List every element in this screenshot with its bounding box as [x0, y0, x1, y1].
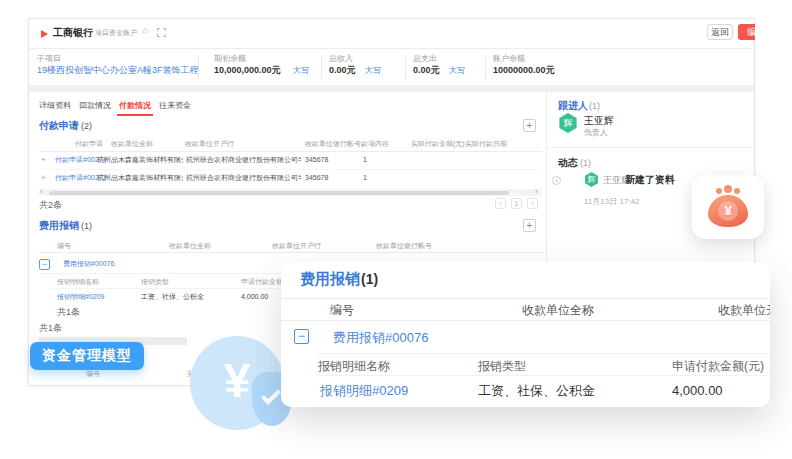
expense-total-count: 共1条	[39, 323, 62, 334]
activity-count: (1)	[580, 158, 591, 169]
clock-icon	[552, 176, 561, 185]
payment-row-account: 345678	[305, 174, 328, 183]
tab-transactions[interactable]: 往来资金	[159, 101, 191, 111]
page-next-button[interactable]: ›	[527, 198, 538, 209]
add-payment-button[interactable]: +	[523, 119, 536, 132]
tab-payments-active[interactable]: 付款情况	[119, 101, 151, 111]
subproject-link[interactable]: 19楼西投创智中心办公室A幢3F装饰工程	[37, 65, 199, 76]
account-balance-label: 账户余额	[493, 54, 525, 64]
divider	[281, 298, 770, 299]
edit-button[interactable]: 编辑	[738, 24, 755, 40]
page-prev-button[interactable]: ‹	[495, 198, 506, 209]
popup-detail-link[interactable]: 报销明细#0209	[320, 383, 408, 399]
col-payee-name: 收款单位全称	[111, 140, 153, 149]
popup-detail-amount: 4,000.00	[672, 383, 723, 399]
popup-col-id: 编号	[330, 303, 354, 318]
follower-name: 王亚辉	[584, 115, 614, 128]
divider	[317, 353, 770, 354]
total-income-caps-link[interactable]: 大写	[365, 66, 381, 76]
section-gap	[29, 85, 754, 92]
col-actual-date: 实际付款日期	[465, 140, 507, 149]
expand-icon[interactable]	[157, 28, 166, 37]
divider	[317, 375, 770, 376]
expense-popup-card: 费用报销 (1) 编号 收款单位全称 收款单位开户行 − 费用报销#00076 …	[281, 262, 770, 407]
expense-section-count: (1)	[81, 221, 92, 232]
add-expense-button[interactable]: +	[523, 219, 536, 232]
breadcrumb: 项目资金账户	[95, 29, 137, 38]
follower-role: 负责人	[584, 128, 608, 138]
divider	[485, 55, 486, 79]
popup-expense-link[interactable]: 费用报销#00076	[333, 330, 428, 346]
col-expense-bank: 收款单位开户行	[272, 242, 321, 251]
expense-detail-link[interactable]: 报销明细#0209	[57, 293, 104, 302]
payment-row-company: 杭州品木森鑫装饰材料有限公司	[97, 156, 183, 165]
money-bag-top-icon	[724, 185, 732, 193]
divider	[547, 147, 754, 148]
follower-avatar: 辉	[558, 113, 578, 133]
active-tab-underline	[117, 114, 153, 116]
col-payee-bank: 收款单位开户行	[185, 140, 234, 149]
back-button[interactable]: 返回	[707, 24, 733, 40]
expense-row-link[interactable]: 费用报销#00076	[63, 260, 114, 269]
popup-detail-type: 工资、社保、公积金	[478, 383, 595, 399]
popup-subcol-detail-name: 报销明细名称	[318, 359, 390, 374]
opening-balance-caps-link[interactable]: 大写	[293, 66, 309, 76]
divider	[39, 151, 542, 152]
popup-subcol-amount: 申请付款金额(元)	[672, 359, 764, 374]
subcol-expense-type: 报销类型	[141, 278, 169, 287]
account-balance-value: 10000000.00元	[493, 65, 555, 76]
total-expense-value: 0.00元	[413, 65, 440, 76]
divider	[39, 252, 542, 253]
tab-receipts[interactable]: 回款情况	[79, 101, 111, 111]
payment-row-bank: 杭州联合农村商业银行股份有限公司半山支行	[186, 156, 301, 165]
activity-time: 11月13日 17:42	[584, 197, 639, 207]
payment-section-title: 付款申请	[39, 120, 79, 133]
tab-details[interactable]: 详细资料	[39, 101, 71, 111]
expense-detail-type: 工资、社保、公积金	[141, 293, 204, 302]
payment-row-company: 杭州品木森鑫装饰材料有限公司	[97, 174, 183, 183]
payment-row-item: 1	[363, 174, 367, 183]
col-expense-id: 编号	[57, 242, 71, 251]
total-expense-caps-link[interactable]: 大写	[449, 66, 465, 76]
divider	[39, 169, 542, 170]
col-actual-amount: 实际付款金额(元)	[411, 140, 465, 149]
popup-collapse-button[interactable]: −	[294, 329, 309, 344]
activity-title: 动态	[558, 157, 578, 170]
expense-subtable-count: 共1条	[57, 307, 80, 318]
popup-title: 费用报销	[300, 270, 360, 289]
divider	[281, 320, 770, 321]
payment-row-bank: 杭州联合农村商业银行股份有限公司半山支行	[186, 174, 301, 183]
subcol-detail-name: 报销明细名称	[57, 278, 99, 287]
popup-count: (1)	[361, 271, 378, 287]
collapse-row-button[interactable]: −	[39, 259, 50, 270]
popup-col-payee: 收款单位全称	[522, 303, 594, 318]
edit-button-clip: 编辑	[738, 24, 755, 40]
subproject-label: 子项目	[37, 54, 61, 64]
h-scrollbar-thumb[interactable]	[49, 191, 509, 195]
scroll-right-icon[interactable]: ›	[535, 187, 538, 197]
row-expand-icon[interactable]: +	[41, 173, 46, 183]
expense-detail-amount: 4,000.00	[241, 293, 268, 302]
row-expand-icon[interactable]: +	[41, 155, 46, 165]
yen-badge-icon: ¥	[718, 201, 738, 221]
page-number[interactable]: 1	[511, 198, 522, 209]
money-bag-icon: ¥	[708, 195, 748, 227]
total-expense-label: 总支出	[413, 54, 437, 64]
money-bag-badge: ¥	[692, 175, 764, 239]
col-bottom-id: 编号	[86, 370, 100, 379]
activity-avatar: 辉	[584, 172, 599, 187]
followers-title: 跟进人	[558, 100, 588, 113]
followers-count: (1)	[589, 101, 600, 112]
checkmark-icon	[261, 385, 281, 405]
divider	[198, 55, 199, 79]
opening-balance-value: 10,000,000.00元	[214, 65, 281, 76]
total-income-value: 0.00元	[329, 65, 356, 76]
star-icon[interactable]: ☆	[141, 26, 149, 37]
scroll-left-icon[interactable]: ‹	[40, 187, 43, 197]
divider	[29, 48, 754, 49]
payment-row-account: 345678	[305, 156, 328, 165]
col-expense-account: 收款单位银行帐号	[376, 242, 432, 251]
bank-name: 工商银行	[53, 27, 93, 40]
model-label-pill: 资金管理模型	[30, 342, 144, 370]
opening-balance-label: 期初余额	[214, 54, 246, 64]
